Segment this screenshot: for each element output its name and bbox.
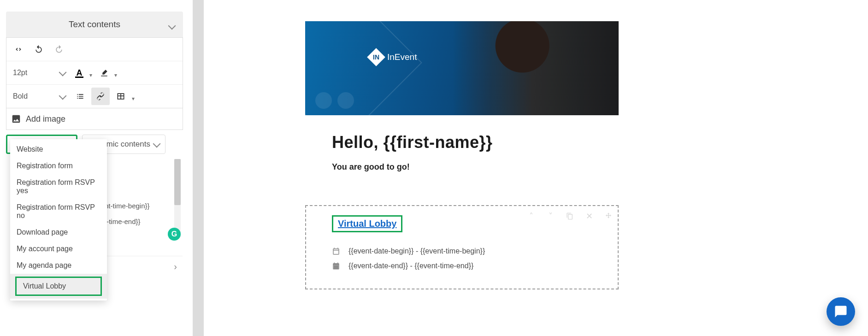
panel-title: Text contents bbox=[69, 19, 120, 29]
calendar-icon bbox=[332, 247, 340, 255]
chevron-down-icon bbox=[169, 21, 175, 31]
chevron-down-icon bbox=[60, 69, 65, 77]
email-body: Hello, {{first-name}} You are good to go… bbox=[305, 115, 619, 185]
text-color-swatch bbox=[75, 77, 83, 78]
panel-header[interactable]: Text contents bbox=[6, 12, 183, 37]
scrollbar-thumb[interactable] bbox=[174, 159, 181, 205]
chevron-down-icon bbox=[60, 92, 65, 100]
font-weight-value: Bold bbox=[13, 92, 28, 100]
event-begin-text: {{event-date-begin}} - {{event-time-begi… bbox=[348, 247, 485, 255]
block-toolbar: ˄ ˅ ✕ bbox=[526, 212, 613, 221]
brand-name: InEvent bbox=[387, 52, 417, 62]
text-contents-panel: Text contents 12pt A bbox=[6, 12, 183, 154]
dd-website[interactable]: Website bbox=[10, 141, 107, 158]
chevron-down-icon[interactable] bbox=[132, 94, 136, 99]
brand-logo: IN InEvent bbox=[370, 51, 417, 64]
table-button[interactable] bbox=[112, 88, 130, 105]
scrollbar[interactable] bbox=[174, 159, 181, 237]
chevron-down-icon[interactable] bbox=[114, 71, 119, 75]
dd-virtual-lobby[interactable]: Virtual Lobby bbox=[10, 274, 107, 299]
virtual-lobby-link[interactable]: Virtual Lobby bbox=[338, 218, 396, 229]
font-size-value: 12pt bbox=[13, 69, 27, 77]
selected-content-block[interactable]: ˄ ˅ ✕ Virtual Lobby {{event-date-begin}}… bbox=[305, 205, 619, 289]
image-icon bbox=[11, 114, 21, 124]
canvas-left-gutter bbox=[204, 20, 305, 336]
duplicate-icon[interactable] bbox=[565, 212, 574, 221]
dd-registration-form-rsvp-no[interactable]: Registration form RSVP no bbox=[10, 199, 107, 224]
editor-scroll-gutter[interactable] bbox=[193, 0, 204, 336]
greeting-subtitle[interactable]: You are good to go! bbox=[332, 162, 592, 172]
calendar-filled-icon bbox=[332, 262, 340, 270]
event-end-row[interactable]: {{event-date-end}} - {{event-time-end}} bbox=[332, 262, 592, 270]
email-canvas: IN InEvent Hello, {{first-name}} You are… bbox=[305, 21, 619, 336]
chevron-right-icon: › bbox=[174, 261, 177, 272]
text-color-button[interactable]: A bbox=[71, 65, 88, 81]
partial-text-begin: nt-time-begin}} bbox=[105, 202, 150, 210]
hero-dots bbox=[315, 92, 354, 109]
rich-text-toolbar: 12pt A Bold bbox=[6, 37, 183, 108]
email-hero: IN InEvent bbox=[305, 21, 619, 115]
delete-icon[interactable]: ✕ bbox=[585, 212, 594, 221]
font-weight-select[interactable]: Bold bbox=[9, 88, 69, 105]
chat-icon bbox=[834, 305, 848, 318]
dd-download-page[interactable]: Download page bbox=[10, 224, 107, 241]
event-begin-row[interactable]: {{event-date-begin}} - {{event-time-begi… bbox=[332, 247, 592, 255]
undo-button[interactable] bbox=[30, 41, 48, 58]
move-down-icon[interactable]: ˅ bbox=[546, 212, 555, 221]
add-image-label: Add image bbox=[26, 114, 65, 124]
highlight-color-button[interactable] bbox=[96, 65, 112, 81]
greeting-heading[interactable]: Hello, {{first-name}} bbox=[332, 133, 592, 152]
dd-registration-form-rsvp-yes[interactable]: Registration form RSVP yes bbox=[10, 174, 107, 199]
hero-photo bbox=[453, 21, 619, 115]
chevron-down-icon[interactable] bbox=[89, 71, 94, 75]
dd-my-agenda-page[interactable]: My agenda page bbox=[10, 257, 107, 274]
dynamic-links-dropdown: Website Registration form Registration f… bbox=[10, 139, 107, 301]
link-button[interactable] bbox=[91, 88, 110, 105]
dd-my-account-page[interactable]: My account page bbox=[10, 241, 107, 257]
chevron-down-icon bbox=[154, 140, 159, 149]
add-image-button[interactable]: Add image bbox=[6, 108, 183, 130]
chat-fab[interactable] bbox=[827, 297, 855, 326]
bullet-list-button[interactable] bbox=[71, 88, 89, 105]
virtual-lobby-link-highlight: Virtual Lobby bbox=[332, 215, 402, 232]
partial-text-end: t-time-end}} bbox=[105, 218, 141, 225]
font-size-select[interactable]: 12pt bbox=[9, 64, 69, 82]
redo-button[interactable] bbox=[50, 41, 68, 58]
editor-area: IN InEvent Hello, {{first-name}} You are… bbox=[193, 0, 868, 336]
move-icon[interactable] bbox=[604, 212, 613, 221]
code-view-button[interactable] bbox=[9, 41, 28, 58]
dd-virtual-lobby-label: Virtual Lobby bbox=[23, 282, 66, 290]
svg-rect-0 bbox=[334, 265, 339, 269]
grammarly-icon[interactable]: G bbox=[168, 228, 181, 241]
move-up-icon[interactable]: ˄ bbox=[526, 212, 536, 221]
event-end-text: {{event-date-end}} - {{event-time-end}} bbox=[348, 262, 473, 270]
dd-registration-form[interactable]: Registration form bbox=[10, 158, 107, 174]
brand-mark-icon: IN bbox=[367, 48, 385, 66]
